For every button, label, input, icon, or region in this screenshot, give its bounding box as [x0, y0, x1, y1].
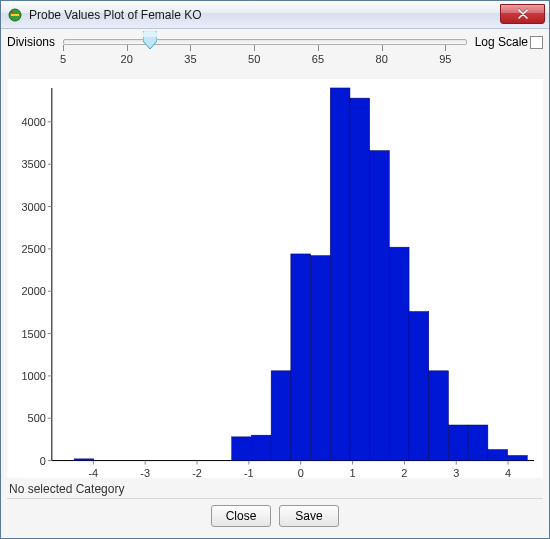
- slider-tick: [318, 45, 319, 51]
- slider-tick: [190, 45, 191, 51]
- svg-text:-3: -3: [140, 467, 150, 479]
- slider-tick-label: 95: [439, 53, 451, 65]
- dialog-window: Probe Values Plot of Female KO Divisions…: [0, 0, 550, 539]
- slider-tick: [127, 45, 128, 51]
- divisions-label: Divisions: [7, 33, 55, 49]
- svg-rect-45: [291, 254, 311, 461]
- svg-text:3000: 3000: [22, 201, 46, 213]
- svg-text:2: 2: [401, 467, 407, 479]
- svg-rect-47: [330, 88, 350, 461]
- svg-rect-1: [11, 14, 19, 16]
- svg-rect-42: [232, 437, 252, 461]
- svg-rect-52: [429, 371, 449, 461]
- svg-text:2500: 2500: [22, 243, 46, 255]
- svg-rect-55: [488, 450, 508, 461]
- histogram-plot: 05001000150020002500300035004000-4-3-2-1…: [8, 80, 542, 488]
- slider-thumb[interactable]: [143, 31, 157, 49]
- save-button[interactable]: Save: [279, 505, 339, 527]
- slider-tick-label: 35: [184, 53, 196, 65]
- svg-point-2: [11, 10, 13, 12]
- chart-area: 05001000150020002500300035004000-4-3-2-1…: [7, 79, 543, 478]
- svg-rect-50: [389, 247, 409, 460]
- close-icon: [517, 9, 529, 19]
- slider-tick: [254, 45, 255, 51]
- slider-tick-label: 65: [312, 53, 324, 65]
- log-scale-checkbox[interactable]: [530, 36, 543, 49]
- button-row: Close Save: [7, 498, 543, 532]
- titlebar: Probe Values Plot of Female KO: [1, 1, 549, 29]
- svg-rect-51: [409, 312, 429, 461]
- svg-text:500: 500: [28, 412, 46, 424]
- slider-tick-label: 50: [248, 53, 260, 65]
- svg-text:-1: -1: [244, 467, 254, 479]
- svg-rect-54: [468, 425, 488, 461]
- slider-tick-label: 80: [376, 53, 388, 65]
- slider-tick-label: 5: [60, 53, 66, 65]
- slider-track: [63, 39, 467, 45]
- log-scale-label: Log Scale: [475, 35, 528, 49]
- svg-text:0: 0: [40, 455, 46, 467]
- app-icon: [7, 7, 23, 23]
- close-button[interactable]: Close: [211, 505, 271, 527]
- svg-rect-49: [370, 151, 390, 461]
- window-title: Probe Values Plot of Female KO: [29, 8, 494, 22]
- divisions-slider[interactable]: 5203550658095: [59, 33, 471, 77]
- svg-rect-46: [311, 256, 331, 461]
- svg-rect-56: [508, 455, 528, 460]
- slider-tick: [382, 45, 383, 51]
- slider-tick: [445, 45, 446, 51]
- log-scale-control: Log Scale: [475, 33, 543, 49]
- svg-text:3: 3: [453, 467, 459, 479]
- svg-rect-48: [350, 98, 370, 460]
- svg-text:0: 0: [298, 467, 304, 479]
- svg-rect-43: [251, 435, 271, 460]
- svg-text:2000: 2000: [22, 285, 46, 297]
- svg-text:1000: 1000: [22, 370, 46, 382]
- svg-rect-53: [448, 425, 468, 461]
- svg-text:3500: 3500: [22, 158, 46, 170]
- close-window-button[interactable]: [500, 4, 545, 24]
- svg-rect-44: [271, 371, 291, 461]
- content-area: Divisions 5203550658095 Log Scale 050010…: [1, 29, 549, 538]
- svg-text:4: 4: [505, 467, 511, 479]
- slider-tick: [63, 45, 64, 51]
- controls-row: Divisions 5203550658095 Log Scale: [7, 33, 543, 79]
- slider-tick-label: 20: [121, 53, 133, 65]
- svg-text:1500: 1500: [22, 328, 46, 340]
- svg-text:4000: 4000: [22, 116, 46, 128]
- svg-text:-4: -4: [88, 467, 98, 479]
- svg-text:-2: -2: [192, 467, 202, 479]
- svg-rect-41: [74, 459, 94, 461]
- svg-text:1: 1: [350, 467, 356, 479]
